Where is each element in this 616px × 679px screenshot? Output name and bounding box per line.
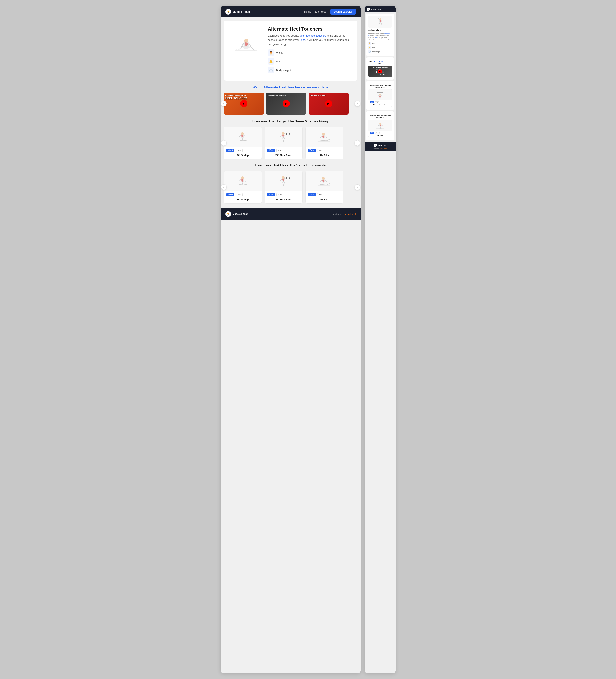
svg-line-68 <box>320 180 322 182</box>
equip-card-1[interactable]: Waist Abs 3/4 Sit-Up <box>224 171 262 203</box>
brand-name: Muscle Feast <box>233 10 250 13</box>
hamburger-menu[interactable]: ☰ <box>391 8 393 10</box>
svg-line-42 <box>238 184 243 185</box>
navbar: 🏃 Muscle Feast Home Exercises Search Exe… <box>220 6 361 18</box>
equip-card1-tag-abs: Abs <box>236 193 243 196</box>
card1-tag-waist: Waist <box>227 149 235 152</box>
tag-abs: 💪 Abs <box>268 58 351 65</box>
svg-rect-31 <box>289 133 289 135</box>
videos-title-pre: Watch <box>252 86 263 89</box>
svg-line-33 <box>320 140 327 141</box>
svg-line-63 <box>320 184 327 185</box>
svg-line-14 <box>242 138 243 141</box>
mobile-video-thumb[interactable]: How to archer pullARCHERLL UPSTUTORIAL ▶ <box>368 66 392 77</box>
exercise-link1[interactable]: alternate heel touchers <box>300 34 326 37</box>
play-icon-1: ▶ <box>240 100 247 107</box>
svg-line-88 <box>381 98 381 99</box>
svg-line-39 <box>325 135 327 138</box>
tag-abs-label: Abs <box>276 60 281 63</box>
svg-line-77 <box>381 23 382 25</box>
svg-line-85 <box>378 94 379 96</box>
mobile-same-muscles-title: Exercises That Target The Same Muscles G… <box>368 85 392 88</box>
exercise-image <box>230 26 262 58</box>
muscle-card-1-body: Waist Abs 3/4 Sit-Up <box>224 147 262 159</box>
footer-credit-link[interactable]: Robin-Anmal <box>343 213 356 215</box>
svg-line-96 <box>382 125 383 126</box>
muscle-card-2[interactable]: Waist Abs 45° Side Bend <box>265 127 303 160</box>
svg-line-52 <box>283 182 284 186</box>
nav-exercises[interactable]: Exercises <box>315 10 326 13</box>
equip-card-2[interactable]: Waist Abs 45° Side Bend <box>265 171 303 203</box>
mobile-panel: 🏃 Muscle Feast ☰ Arche <box>365 6 396 673</box>
muscle-card-2-body: Waist Abs 45° Side Bend <box>265 147 302 159</box>
mobile-footer-brand: 🏃 Muscle Feast <box>374 144 387 147</box>
same-equip-title: Exercises That Uses The Same Equipments <box>224 163 357 167</box>
muscle-card-2-tags: Waist Abs <box>267 149 300 152</box>
muscles-carousel-prev[interactable]: ‹ <box>221 140 227 146</box>
videos-section: ‹ HEEL TOUCHES For Wo...HEEL TOUCHES ▶ A… <box>224 93 357 115</box>
svg-point-78 <box>379 18 381 20</box>
mobile-footer-credit: Created by Robin-Anmal <box>373 148 387 149</box>
abs-icon: 💪 <box>268 58 274 65</box>
video-thumb-1[interactable]: HEEL TOUCHES For Wo...HEEL TOUCHES ▶ <box>224 93 264 115</box>
mobile-same-muscles: Exercises That Target The Same Muscles G… <box>366 81 394 110</box>
muscle-card-1-tags: Waist Abs <box>227 149 259 152</box>
svg-point-58 <box>282 176 284 179</box>
m-card1-tag-lats: Lats <box>375 101 379 103</box>
svg-line-21 <box>284 138 284 141</box>
exercise-title: Alternate Heel Touchers <box>268 26 351 32</box>
muscle-card-3[interactable]: Waist Abs Air Bike <box>305 127 343 160</box>
svg-point-28 <box>282 132 284 135</box>
mobile-lats-label: Lats <box>372 47 375 48</box>
footer-brand-icon: 🏃 <box>226 211 231 217</box>
equip-card3-tag-abs: Abs <box>317 193 324 196</box>
mobile-tag-lats: 💪 Lats <box>368 46 392 49</box>
muscles-carousel-next[interactable]: › <box>354 140 360 146</box>
svg-point-84 <box>379 95 381 97</box>
mobile-videos-title: Watch Archer Pull Up exercise videos <box>368 61 392 65</box>
card3-tag-waist: Waist <box>308 149 316 152</box>
videos-carousel-next[interactable]: › <box>354 101 360 106</box>
equip-carousel-next[interactable]: › <box>354 184 360 190</box>
muscle-card-1-image <box>224 127 262 147</box>
navbar-brand: 🏃 Muscle Feast <box>226 9 301 14</box>
footer-credit: Created by Robin-Anmal <box>332 213 355 215</box>
svg-rect-59 <box>286 178 289 178</box>
svg-line-34 <box>327 139 330 141</box>
equip-card-3-image <box>306 171 343 191</box>
same-equip-cards: ‹ <box>224 171 357 203</box>
footer: 🏃 Muscle Feast Created by Robin-Anmal <box>220 207 361 220</box>
mobile-brand-icon: 🏃 <box>367 8 370 11</box>
svg-rect-61 <box>289 177 289 179</box>
search-exercise-button[interactable]: Search Exercise <box>331 9 356 14</box>
svg-line-47 <box>239 180 241 182</box>
video-thumb-2[interactable]: Alternate Heel Touchers ▶ <box>266 93 306 115</box>
svg-line-48 <box>244 180 246 182</box>
svg-point-19 <box>241 132 244 135</box>
mobile-muscle-card-1-name: Alternate Lateral Pu.. <box>370 104 390 106</box>
mobile-muscle-card-1[interactable]: Back Lats Alternate Lateral Pu.. <box>368 89 392 107</box>
mobile-lats-icon: 💪 <box>368 46 371 49</box>
videos-carousel: HEEL TOUCHES For Wo...HEEL TOUCHES ▶ Alt… <box>224 93 357 115</box>
svg-line-76 <box>379 23 380 25</box>
equip-card2-tag-waist: Waist <box>267 193 275 196</box>
muscle-card-2-image <box>265 127 302 147</box>
mobile-navbar: 🏃 Muscle Feast ☰ <box>365 6 396 12</box>
videos-carousel-prev[interactable]: ‹ <box>221 101 227 106</box>
video-thumb-3[interactable]: Alternate Heel Touch ▶ <box>309 93 349 115</box>
mobile-footer-credit-link[interactable]: Robin-Anmal <box>380 148 387 149</box>
svg-line-95 <box>378 125 379 126</box>
mobile-exercise-title: Archer Pull Up <box>368 29 392 31</box>
mobile-equip-card-1[interactable]: Waist Abs 3/4 Sit-Up <box>368 120 392 137</box>
svg-line-86 <box>381 94 382 96</box>
svg-point-9 <box>244 39 248 43</box>
equip-carousel-prev[interactable]: ‹ <box>221 184 227 190</box>
exercise-link2[interactable]: abs <box>301 38 305 41</box>
nav-home[interactable]: Home <box>304 10 311 13</box>
mobile-link2[interactable]: lats <box>375 36 377 38</box>
equip-card-3[interactable]: Waist Abs Air Bike <box>305 171 343 203</box>
svg-line-22 <box>283 138 284 141</box>
muscle-card-1[interactable]: Waist Abs 3/4 Sit-Up <box>224 127 262 160</box>
svg-point-40 <box>322 133 325 136</box>
mobile-brand: 🏃 Muscle Feast <box>367 8 381 11</box>
